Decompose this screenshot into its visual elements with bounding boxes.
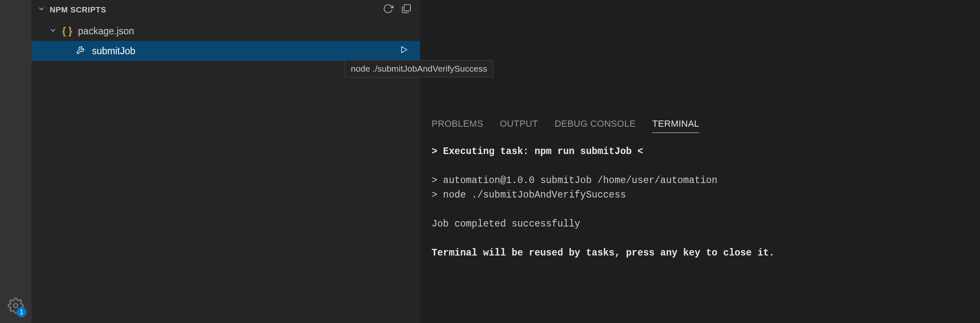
terminal-line: > automation@1.0.0 submitJob /home/user/…	[432, 174, 968, 188]
svg-point-0	[14, 304, 18, 308]
wrench-icon	[75, 44, 86, 58]
activity-bar: 1	[0, 0, 31, 323]
terminal-content[interactable]: > Executing task: npm run submitJob < > …	[432, 145, 968, 260]
terminal-line: > node ./submitJobAndVerifySuccess	[432, 188, 968, 203]
script-label: submitJob	[92, 46, 135, 57]
svg-marker-2	[402, 47, 407, 53]
chevron-down-icon	[37, 5, 46, 15]
refresh-icon[interactable]	[383, 3, 393, 16]
collapse-all-icon[interactable]	[401, 3, 412, 16]
script-submitjob-row[interactable]: submitJob	[31, 41, 420, 61]
tab-problems[interactable]: PROBLEMS	[432, 118, 483, 133]
svg-rect-1	[404, 5, 410, 11]
panel: PROBLEMS OUTPUT DEBUG CONSOLE TERMINAL >…	[420, 111, 980, 323]
terminal-line: > Executing task: npm run submitJob <	[432, 145, 968, 159]
terminal-line: Job completed successfully	[432, 217, 968, 232]
editor-area: PROBLEMS OUTPUT DEBUG CONSOLE TERMINAL >…	[420, 0, 980, 323]
tree: { } package.json submitJob	[31, 19, 420, 61]
panel-tabs: PROBLEMS OUTPUT DEBUG CONSOLE TERMINAL	[432, 118, 968, 133]
sidebar: NPM SCRIPTS { } package.json submitJob	[31, 0, 420, 323]
json-icon: { }	[62, 26, 72, 37]
tooltip: node ./submitJobAndVerifySuccess	[345, 60, 493, 77]
settings-button[interactable]: 1	[7, 297, 24, 316]
terminal-line: Terminal will be reused by tasks, press …	[432, 246, 968, 261]
package-label: package.json	[78, 26, 134, 37]
run-icon[interactable]	[399, 45, 408, 57]
tab-terminal[interactable]: TERMINAL	[652, 118, 700, 133]
tab-debug-console[interactable]: DEBUG CONSOLE	[555, 118, 636, 133]
tab-output[interactable]: OUTPUT	[500, 118, 538, 133]
npm-scripts-section-header[interactable]: NPM SCRIPTS	[31, 0, 420, 19]
settings-badge: 1	[17, 307, 27, 317]
section-title: NPM SCRIPTS	[50, 5, 383, 14]
editor-empty	[420, 0, 980, 111]
package-json-row[interactable]: { } package.json	[31, 21, 420, 41]
chevron-down-icon	[49, 26, 57, 37]
